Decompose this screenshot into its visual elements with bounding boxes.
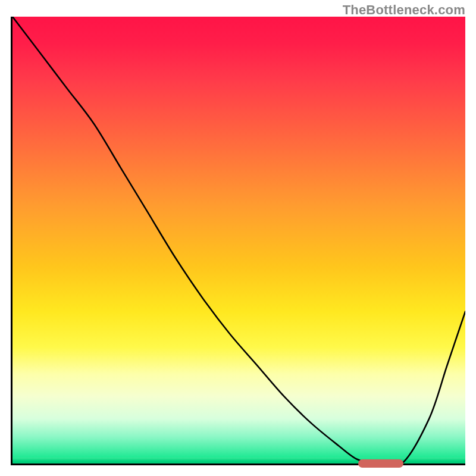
chart-container: TheBottleneck.com (0, 0, 476, 476)
watermark-text: TheBottleneck.com (343, 2, 465, 18)
plot-area (11, 17, 465, 465)
bottleneck-curve (12, 17, 465, 464)
optimal-marker (358, 459, 403, 468)
